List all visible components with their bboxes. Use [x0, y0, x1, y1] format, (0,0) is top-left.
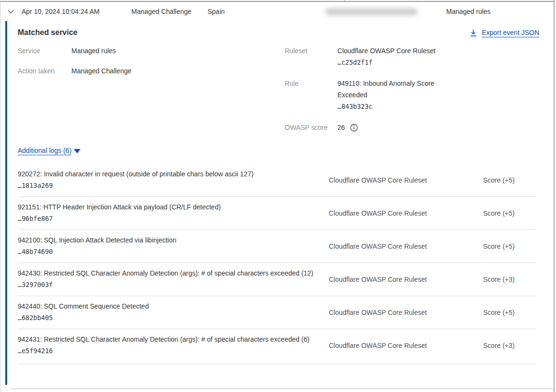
log-rule-block: 942431: Restricted SQL Character Anomaly…	[18, 334, 329, 357]
log-rule-block: 921151: HTTP Header Injection Attack via…	[18, 202, 329, 225]
log-ruleset: Cloudflare OWASP Core Ruleset	[329, 176, 483, 184]
log-row: 921151: HTTP Header Injection Attack via…	[18, 196, 536, 230]
additional-logs-label: Additional logs (6)	[18, 147, 71, 154]
log-ruleset: Cloudflare OWASP Core Ruleset	[329, 209, 483, 217]
event-country: Spain	[208, 8, 225, 15]
event-row[interactable]: Apr 10, 2024 10:04:24 AM Managed Challen…	[0, 2, 554, 21]
log-score: Score (+3)	[483, 276, 536, 283]
log-rule-hash: …96bfe867	[18, 213, 329, 225]
log-score: Score (+5)	[483, 209, 536, 217]
rule-label: Rule	[285, 78, 299, 89]
service-label: Service	[18, 45, 40, 57]
service-value: Managed rules	[71, 45, 116, 57]
owasp-score-value-block: 26	[337, 122, 358, 133]
log-score: Score (+5)	[483, 242, 536, 250]
log-rule-title: 921151: HTTP Header Injection Attack via…	[18, 202, 329, 213]
rule-value: 949110: Inbound Anomaly Score Exceeded	[337, 78, 452, 101]
log-rule-title: 942430: Restricted SQL Character Anomaly…	[18, 268, 329, 279]
ruleset-value: Cloudflare OWASP Core Ruleset	[337, 45, 452, 57]
event-service: Managed rules	[446, 8, 491, 15]
log-score: Score (+3)	[483, 342, 536, 349]
action-taken-label: Action taken	[18, 65, 55, 77]
event-timestamp: Apr 10, 2024 10:04:24 AM	[22, 8, 100, 15]
ruleset-hash: …c25d2f1f	[337, 57, 452, 68]
owasp-score-label: OWASP score	[285, 122, 327, 133]
event-log-table: Apr 10, 2024 10:04:24 AM Managed Challen…	[0, 0, 555, 392]
log-row: 920272: Invalid character in request (ou…	[18, 164, 536, 196]
log-rule-hash: …682bb405	[18, 312, 329, 324]
export-event-json-link[interactable]: Export event JSON	[469, 29, 539, 37]
log-row: 942431: Restricted SQL Character Anomaly…	[18, 329, 536, 364]
matched-service-details: Service Managed rules Action taken Manag…	[18, 42, 554, 133]
row-bottom-border	[11, 389, 554, 389]
rule-value-block: 949110: Inbound Anomaly Score Exceeded ……	[337, 78, 452, 112]
ruleset-value-block: Cloudflare OWASP Core Ruleset …c25d2f1f	[337, 45, 452, 68]
log-ruleset: Cloudflare OWASP Core Ruleset	[329, 242, 483, 250]
log-row: 942430: Restricted SQL Character Anomaly…	[18, 263, 536, 296]
rule-hash: …843b323c	[337, 101, 452, 112]
event-action: Managed Challenge	[131, 8, 191, 15]
download-icon	[469, 29, 477, 37]
log-rule-block: 942100: SQL Injection Attack Detected vi…	[18, 235, 329, 258]
expanded-event-panel: Matched service Export event JSON Servic…	[0, 21, 554, 391]
export-event-json-label: Export event JSON	[482, 29, 539, 36]
log-rule-title: 920272: Invalid character in request (ou…	[18, 169, 329, 180]
log-rule-hash: …3297003f	[18, 279, 329, 291]
log-row: 942100: SQL Injection Attack Detected vi…	[18, 230, 536, 263]
log-rule-title: 942431: Restricted SQL Character Anomaly…	[18, 334, 329, 345]
log-ruleset: Cloudflare OWASP Core Ruleset	[329, 309, 483, 316]
log-rule-block: 920272: Invalid character in request (ou…	[18, 169, 329, 192]
log-rule-block: 942430: Restricted SQL Character Anomaly…	[18, 268, 329, 291]
caret-down-icon	[74, 149, 81, 153]
log-row: 942440: SQL Comment Sequence Detected …6…	[18, 296, 536, 329]
log-ruleset: Cloudflare OWASP Core Ruleset	[329, 276, 483, 283]
ruleset-label: Ruleset	[285, 45, 307, 57]
action-taken-value: Managed Challenge	[71, 65, 131, 77]
log-ruleset: Cloudflare OWASP Core Ruleset	[329, 342, 483, 349]
log-rule-hash: …e5f94216	[18, 345, 329, 357]
log-score: Score (+5)	[483, 309, 536, 316]
log-rule-hash: …48b74690	[18, 246, 329, 258]
expanded-row-accent-bar	[5, 21, 7, 385]
info-icon[interactable]	[350, 124, 358, 132]
panel-title: Matched service	[18, 28, 78, 37]
log-rule-block: 942440: SQL Comment Sequence Detected …6…	[18, 301, 329, 324]
log-rule-title: 942440: SQL Comment Sequence Detected	[18, 301, 329, 312]
redacted-host-value	[325, 8, 417, 15]
additional-logs-toggle[interactable]: Additional logs (6)	[18, 147, 81, 154]
log-rule-title: 942100: SQL Injection Attack Detected vi…	[18, 235, 329, 246]
log-score: Score (+5)	[483, 176, 536, 184]
owasp-score-value: 26	[337, 122, 345, 133]
chevron-down-icon[interactable]	[7, 8, 15, 16]
log-rule-hash: …1813a269	[18, 180, 329, 192]
additional-logs-list: 920272: Invalid character in request (ou…	[18, 164, 536, 364]
